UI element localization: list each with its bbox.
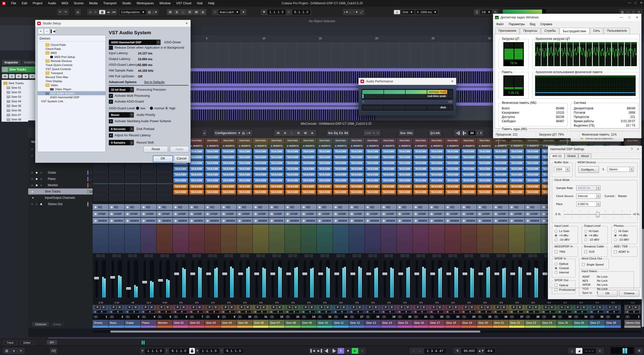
visibility-dots[interactable]	[31, 178, 46, 180]
channel-name-label[interactable]: Sine 02	[189, 320, 205, 326]
fader-handle[interactable]	[543, 273, 547, 275]
insert-slot-sga1566[interactable]: SGA1566	[269, 154, 285, 160]
automation-mode-dropdown[interactable]: Auto-Latch▼	[218, 10, 240, 14]
disk-preload-spinner[interactable]: 6 Seconds▲▼	[109, 126, 134, 132]
insert-slot-sga1566[interactable]: SGA1566	[381, 160, 397, 166]
channel-mini-buttons[interactable]	[317, 254, 333, 257]
channel-mini-buttons[interactable]	[301, 254, 317, 257]
insert-slot-empty[interactable]	[237, 195, 253, 201]
insert-slot-sga1566[interactable]: SGA1566	[253, 172, 269, 178]
write-button[interactable]: W	[357, 305, 362, 309]
insert-slot-empty[interactable]	[157, 189, 172, 195]
asio-guard-checkbox[interactable]: ✓	[109, 100, 113, 104]
insert-slot-sga1566[interactable]: SGA1566	[285, 154, 301, 160]
visibility-dots[interactable]	[31, 203, 46, 205]
channel-sine-10[interactable]: ROUTINGINSERTSSGA1566SGA1566SGA1566SGA15…	[317, 138, 333, 330]
insert-slot-empty[interactable]	[141, 183, 157, 189]
remove-device-button[interactable]: −	[44, 28, 50, 34]
insert-slot-empty[interactable]	[301, 195, 317, 201]
strip-rack[interactable]: STRIP	[205, 211, 221, 217]
insert-slot-sga1566[interactable]: SGA1566	[189, 189, 205, 195]
insert-slot-empty[interactable]	[445, 195, 461, 201]
channel-name-label[interactable]: Sine 06	[253, 320, 269, 326]
eq-rack[interactable]: EQ	[445, 204, 461, 210]
eq-rack[interactable]: EQ	[109, 204, 125, 210]
visibility-item-guitar[interactable]: Guitar	[28, 170, 93, 176]
routing-rack[interactable]: ROUTING	[189, 138, 205, 143]
channel-name-label[interactable]: Sine 08	[285, 320, 301, 326]
channel-name-label[interactable]: Sine 21	[493, 320, 509, 326]
audio-priority-dropdown[interactable]: Boost▼	[109, 112, 134, 118]
inserts-rack[interactable]: INSERTS	[381, 143, 397, 149]
write-button[interactable]: W	[213, 305, 218, 309]
tm-tab-Пользователи[interactable]: Пользователи	[604, 28, 630, 34]
sus-button[interactable]: Sus	[400, 131, 406, 135]
inserts-rack[interactable]: INSERTS	[461, 143, 477, 149]
write-button[interactable]: W	[437, 305, 442, 309]
write-button[interactable]: W	[261, 305, 266, 309]
speaker-icon[interactable]: ◖▼	[344, 10, 348, 14]
inserts-rack[interactable]: INSERTS	[445, 143, 461, 149]
insert-slot-sga1566[interactable]: SGA1566	[301, 149, 317, 154]
insert-slot-empty[interactable]	[125, 172, 140, 178]
insert-slot-sga1566[interactable]: SGA1566	[333, 160, 349, 166]
fader-groove[interactable]	[207, 260, 210, 298]
tree-item-track-quick-controls[interactable]: Track Quick Controls	[38, 63, 106, 67]
autoscroll-icon[interactable]: ⤢	[359, 10, 364, 14]
pan-control[interactable]: ◀	[413, 310, 429, 314]
insert-slot-sga1566[interactable]: SGA1566	[397, 154, 413, 160]
release-driver-checkbox[interactable]	[109, 46, 113, 50]
read-button[interactable]: R	[431, 305, 436, 309]
eq-rack[interactable]: EQ	[461, 204, 477, 210]
transport-left-locator[interactable]: 1. 1. 1. 0	[145, 348, 165, 353]
insert-slot-empty[interactable]	[141, 172, 157, 178]
strip-rack[interactable]: STRIP	[477, 211, 493, 217]
write-button[interactable]: W	[165, 305, 170, 309]
read-button[interactable]: R	[95, 305, 100, 309]
edit-pattern-icon[interactable]: ℮	[597, 348, 603, 354]
radio-Lo-Gain[interactable]	[555, 230, 557, 233]
insert-slot-sga1566[interactable]: SGA1566	[333, 183, 349, 189]
buffer-size-dropdown[interactable]: 1024▼	[554, 167, 570, 172]
menu-hub[interactable]: Hub	[194, 0, 205, 7]
pan-control[interactable]: ◀	[477, 310, 493, 314]
insert-slot-sga1566[interactable]: SGA1566	[269, 178, 285, 183]
routing-rack[interactable]: ROUTING	[269, 138, 285, 143]
channel-name-label[interactable]: Sine 28	[605, 320, 621, 326]
fader-handle[interactable]	[414, 273, 419, 275]
configurations-dropdown[interactable]: Configurations▼	[120, 10, 146, 14]
pan-control[interactable]: ◀	[397, 310, 413, 314]
write-button[interactable]: W	[133, 305, 138, 309]
channel-mini-buttons[interactable]	[333, 254, 349, 257]
insert-slot-sga1566[interactable]: SGA1566	[429, 166, 445, 172]
pan-control[interactable]: ◀	[349, 310, 365, 314]
channel-mini-buttons[interactable]	[397, 254, 413, 257]
fader-handle[interactable]	[286, 273, 291, 275]
channel-mini-buttons[interactable]	[349, 254, 365, 257]
insert-slot-sga1566[interactable]: SGA1566	[429, 178, 445, 183]
insert-slot-sga1566[interactable]: SGA1566	[461, 166, 477, 172]
fader-groove[interactable]	[544, 260, 546, 298]
insert-slot-sga1566[interactable]: SGA1566	[397, 183, 413, 189]
insert-slot-sga1566[interactable]: SGA1566	[237, 189, 253, 195]
strip-rack[interactable]: STRIP	[493, 211, 509, 217]
eq-rack[interactable]: EQ	[317, 204, 333, 210]
insert-slot-sga1566[interactable]: SGA1566	[493, 166, 509, 172]
fader-groove[interactable]	[127, 260, 130, 298]
fader-groove[interactable]	[432, 260, 434, 298]
insert-slot-sga1566[interactable]: SGA1566	[349, 183, 365, 189]
rack-button-eq[interactable]: Eq	[334, 131, 338, 135]
read-button[interactable]: R	[543, 305, 548, 309]
insert-slot-sga1566[interactable]: SGA1566	[461, 149, 477, 154]
read-button[interactable]: R	[287, 305, 292, 309]
insert-slot-empty[interactable]	[109, 183, 125, 189]
maximize-icon[interactable]: □	[628, 16, 630, 19]
inserts-rack[interactable]: INSERTS	[205, 143, 221, 149]
insert-slot-sga1566[interactable]: SGA1566	[461, 183, 477, 189]
insert-slot-sga1566[interactable]: SGA1566	[221, 149, 237, 154]
channel-sine-08[interactable]: ROUTINGINSERTSSGA1566SGA1566SGA1566SGA15…	[285, 138, 301, 330]
insert-slot-empty[interactable]	[93, 178, 109, 183]
fader-groove[interactable]	[464, 260, 466, 298]
insert-slot-sga1566[interactable]: SGA1566	[173, 183, 189, 189]
insert-slot-sga1566[interactable]: SGA1566	[445, 160, 461, 166]
